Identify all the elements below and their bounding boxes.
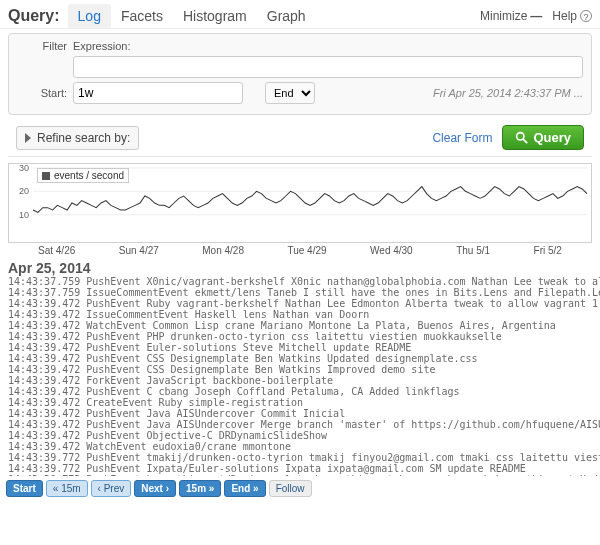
pager-follow[interactable]: Follow xyxy=(269,480,312,497)
query-label: Query: xyxy=(8,7,60,25)
log-line[interactable]: 14:43:39.472 PushEvent Objective-C DRDyn… xyxy=(8,430,600,441)
svg-text:30: 30 xyxy=(19,164,29,173)
log-line[interactable]: 14:43:39.472 PushEvent Java AISUndercove… xyxy=(8,419,600,430)
filter-label: Filter xyxy=(17,40,73,52)
log-line[interactable]: 14:43:39.472 PushEvent PHP drunken-octo-… xyxy=(8,331,600,342)
help-link[interactable]: Help ? xyxy=(552,9,592,23)
x-tick: Fri 5/2 xyxy=(534,245,562,256)
pager: Start « 15m ‹ Prev Next › 15m » End » Fo… xyxy=(0,476,600,501)
pager-start[interactable]: Start xyxy=(6,480,43,497)
pager-end[interactable]: End » xyxy=(224,480,265,497)
legend-label: events / second xyxy=(54,170,124,181)
log-line[interactable]: 14:43:39.472 WatchEvent Common Lisp cran… xyxy=(8,320,600,331)
log-line[interactable]: 14:43:39.472 PushEvent CSS Designemplate… xyxy=(8,353,600,364)
end-select[interactable]: End xyxy=(265,82,315,104)
tab-graph[interactable]: Graph xyxy=(257,4,316,28)
help-label: Help xyxy=(552,9,577,23)
pager-next[interactable]: Next › xyxy=(134,480,176,497)
svg-line-1 xyxy=(524,139,528,143)
pager-back15[interactable]: « 15m xyxy=(46,480,88,497)
x-tick: Thu 5/1 xyxy=(456,245,490,256)
x-tick: Sun 4/27 xyxy=(119,245,159,256)
x-tick: Mon 4/28 xyxy=(202,245,244,256)
log-date-header: Apr 25, 2014 xyxy=(8,260,592,276)
log-line[interactable]: 14:43:39.472 PushEvent CSS Designemplate… xyxy=(8,364,600,375)
pager-fwd15[interactable]: 15m » xyxy=(179,480,221,497)
log-line[interactable]: 14:43:39.472 CreateEvent Ruby simple-reg… xyxy=(8,397,600,408)
log-line[interactable]: 14:43:39.772 PushEvent Ixpata/Euler-solu… xyxy=(8,463,600,474)
pager-prev[interactable]: ‹ Prev xyxy=(91,480,132,497)
minimize-icon: — xyxy=(530,9,542,23)
query-button-label: Query xyxy=(533,130,571,145)
tabs: Log Facets Histogram Graph xyxy=(68,4,316,28)
filter-panel: Filter Expression: Start: End Fri Apr 25… xyxy=(8,33,592,115)
log-line[interactable]: 14:43:39.472 PushEvent Ruby vagrant-berk… xyxy=(8,298,600,309)
start-label: Start: xyxy=(17,87,73,99)
log-line[interactable]: 14:43:39.772 PushEvent tmakij/drunken-oc… xyxy=(8,452,600,463)
x-tick: Wed 4/30 xyxy=(370,245,413,256)
log-line[interactable]: 14:43:39.472 WatchEvent eudoxia0/crane m… xyxy=(8,441,600,452)
x-tick: Sat 4/26 xyxy=(38,245,75,256)
x-tick: Tue 4/29 xyxy=(287,245,326,256)
help-icon: ? xyxy=(580,10,592,22)
tab-log[interactable]: Log xyxy=(68,4,111,28)
refine-search-button[interactable]: Refine search by: xyxy=(16,126,139,150)
search-icon xyxy=(515,131,528,144)
log-line[interactable]: 14:43:39.773 PushEvent benwatkinsart/Des… xyxy=(8,474,600,476)
log-line[interactable]: 14:43:39.472 PushEvent Java AISUndercove… xyxy=(8,408,600,419)
expression-input[interactable] xyxy=(73,56,583,78)
tab-histogram[interactable]: Histogram xyxy=(173,4,257,28)
minimize-label: Minimize xyxy=(480,9,527,23)
svg-text:10: 10 xyxy=(19,210,29,220)
log-line[interactable]: 14:43:39.472 IssueCommentEvent Haskell l… xyxy=(8,309,600,320)
svg-text:20: 20 xyxy=(19,186,29,196)
svg-point-0 xyxy=(517,133,524,140)
minimize-link[interactable]: Minimize — xyxy=(480,9,542,23)
refine-search-label: Refine search by: xyxy=(37,131,130,145)
log-line[interactable]: 14:43:39.472 PushEvent C cbang Joseph Co… xyxy=(8,386,600,397)
tab-facets[interactable]: Facets xyxy=(111,4,173,28)
log-line[interactable]: 14:43:37.759 IssueCommentEvent ekmett/le… xyxy=(8,287,600,298)
log-area[interactable]: 14:43:37.759 PushEvent X0nic/vagrant-ber… xyxy=(8,276,600,476)
query-button[interactable]: Query xyxy=(502,125,584,150)
events-chart[interactable]: events / second 102030 xyxy=(8,163,592,243)
expression-label: Expression: xyxy=(73,40,136,52)
legend-swatch-icon xyxy=(42,172,50,180)
now-timestamp: Fri Apr 25, 2014 2:43:37 PM ... xyxy=(433,87,583,99)
chart-x-ticks: Sat 4/26Sun 4/27Mon 4/28Tue 4/29Wed 4/30… xyxy=(8,245,592,256)
caret-right-icon xyxy=(25,133,31,143)
log-line[interactable]: 14:43:37.759 PushEvent X0nic/vagrant-ber… xyxy=(8,276,600,287)
log-line[interactable]: 14:43:39.472 PushEvent Euler-solutions S… xyxy=(8,342,600,353)
start-input[interactable] xyxy=(73,82,243,104)
clear-form-link[interactable]: Clear Form xyxy=(432,131,492,145)
log-line[interactable]: 14:43:39.472 ForkEvent JavaScript backbo… xyxy=(8,375,600,386)
chart-legend: events / second xyxy=(37,168,129,183)
